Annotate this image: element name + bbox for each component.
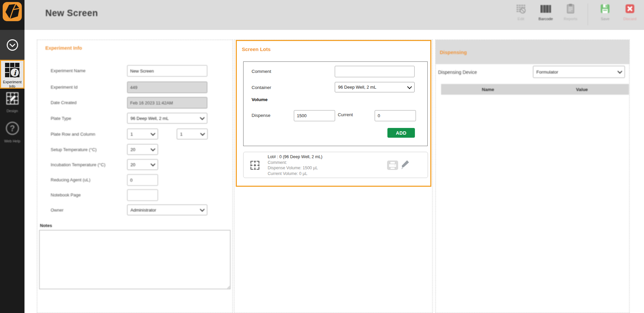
container-select[interactable]: 96 Deep Well, 2 mL (335, 82, 415, 92)
sidebar-item-label: Design (6, 109, 18, 113)
barcode-button[interactable]: Barcode (537, 4, 555, 21)
page-title: New Screen (45, 8, 98, 18)
lot-title: Lot# : 0 (96 Deep Well, 2 mL) (268, 154, 322, 160)
dispensing-title: Dispensing (440, 49, 467, 55)
help-question-icon: ? (5, 121, 20, 137)
screen-lot-item: Lot# : 0 (96 Deep Well, 2 mL) Comment: D… (243, 152, 428, 178)
dispensing-panel: Dispensing Dispensing Device Formulator … (435, 40, 630, 313)
reports-label: Reports (564, 17, 577, 21)
comment-label: Comment (252, 69, 271, 74)
date-created-label: Date Created (51, 100, 76, 105)
add-lot-button[interactable]: ADD (387, 128, 415, 138)
chevron-down-icon (200, 131, 205, 136)
formulatrix-logo (3, 2, 22, 21)
incubation-temperature-select[interactable]: 20 (127, 159, 158, 170)
sidebar-item-label: Web Help (4, 139, 20, 143)
experiment-info-title: Experiment Info (45, 45, 82, 51)
plate-row-select[interactable]: 1 (127, 129, 158, 139)
edit-label: Edit (518, 17, 524, 21)
lot-comment: Comment: (268, 160, 322, 166)
column-header-value: Value (535, 84, 629, 95)
top-bar: New Screen Edit (24, 0, 644, 30)
experiment-name-field[interactable] (127, 65, 207, 77)
chevron-down-icon (151, 146, 155, 151)
sidebar-item-label: Experiment Info (2, 80, 23, 88)
dispensing-table-header: Name Value (441, 84, 629, 95)
screen-lots-title: Screen Lots (242, 46, 271, 52)
discard-button[interactable]: Discard (621, 4, 639, 21)
dispense-label: Dispense (252, 113, 270, 118)
notes-label: Notes (40, 223, 52, 228)
reports-button[interactable]: Reports (561, 4, 580, 21)
incubation-temperature-label: Incubation Temperature (°C) (51, 162, 105, 167)
sidebar-item-design[interactable]: Design (0, 91, 24, 113)
lot-current-volume: Current Volume: 0 µL (268, 171, 322, 177)
plate-row-col-label: Plate Row and Column (51, 132, 95, 137)
notes-textarea[interactable] (39, 230, 230, 289)
screen-lots-panel: Screen Lots Comment Container 96 Deep We… (236, 40, 431, 187)
current-volume-field[interactable] (375, 110, 416, 121)
chevron-down-circle-icon (6, 39, 19, 51)
plate-type-select[interactable]: 96 Deep Well, 2 mL (127, 113, 207, 124)
current-label: Current (338, 112, 353, 117)
toolbar-separator (588, 4, 588, 25)
volume-label: Volume (252, 97, 268, 102)
owner-select[interactable]: Administrator (127, 205, 207, 215)
edit-button[interactable]: Edit (512, 4, 530, 21)
design-grid-pencil-icon (5, 91, 19, 107)
plate-type-label: Plate Type (51, 116, 71, 121)
chevron-down-icon (200, 207, 205, 212)
reports-clipboard-icon (566, 4, 575, 15)
experiment-id-field (127, 82, 207, 93)
container-label: Container (252, 85, 271, 90)
sidebar-item-experiment-info[interactable]: i Experiment Info (0, 60, 24, 89)
edit-lot-pencil-icon[interactable] (400, 160, 410, 171)
svg-text:?: ? (10, 124, 15, 133)
rock-maker-app: New Screen Edit (0, 0, 644, 313)
owner-label: Owner (51, 208, 63, 213)
notebook-page-field[interactable] (127, 189, 158, 201)
lot-dispense-volume: Dispense Volume: 1500 µL (268, 165, 322, 171)
chevron-down-icon (200, 115, 205, 120)
reducing-agent-field[interactable] (127, 174, 158, 186)
reducing-agent-label: Reducing Agent (uL) (51, 177, 91, 182)
chevron-down-icon (407, 84, 412, 89)
setup-temperature-label: Setup Temperature (°C) (51, 147, 97, 152)
chevron-down-icon (151, 131, 155, 136)
barcode-label: Barcode (539, 17, 553, 21)
comment-field[interactable] (335, 66, 415, 77)
discard-x-icon (625, 4, 635, 15)
lot-details: Lot# : 0 (96 Deep Well, 2 mL) Comment: D… (268, 154, 322, 176)
print-lot-icon[interactable] (387, 161, 398, 171)
plate-column-select[interactable]: 1 (177, 129, 208, 139)
toolbar: Edit Barcode (512, 4, 639, 25)
sidebar-item-web-help[interactable]: ? Web Help (0, 121, 24, 143)
dispensing-header: Dispensing (436, 40, 629, 64)
save-floppy-icon (600, 4, 610, 15)
drag-handle-icon[interactable] (250, 161, 260, 171)
screen-lot-form: Comment Container 96 Deep Well, 2 mL Vol… (243, 61, 428, 146)
dispensing-device-select[interactable]: Formulator (533, 66, 625, 78)
barcode-icon (540, 4, 551, 15)
setup-temperature-select[interactable]: 20 (127, 144, 158, 155)
chevron-down-icon (618, 69, 622, 74)
save-label: Save (601, 17, 609, 21)
experiment-info-panel: Experiment Info Experiment Name Experime… (37, 40, 233, 313)
edit-grid-icon (516, 4, 526, 15)
discard-label: Discard (624, 17, 637, 21)
chevron-down-icon (151, 162, 155, 166)
content-area: Experiment Info Experiment Name Experime… (24, 30, 644, 313)
notebook-page-label: Notebook Page (51, 192, 81, 197)
save-button[interactable]: Save (596, 4, 614, 21)
date-created-field (127, 97, 207, 108)
sidebar: i Experiment Info Design (0, 0, 24, 313)
experiment-name-label: Experiment Name (51, 68, 86, 73)
dispensing-device-label: Dispensing Device (438, 70, 477, 75)
experiment-id-label: Experiment Id (51, 85, 77, 90)
sidebar-collapse-button[interactable] (0, 30, 24, 60)
experiment-info-grid-icon: i (5, 62, 20, 79)
column-header-name: Name (441, 84, 535, 95)
dispense-volume-field[interactable] (294, 110, 335, 121)
